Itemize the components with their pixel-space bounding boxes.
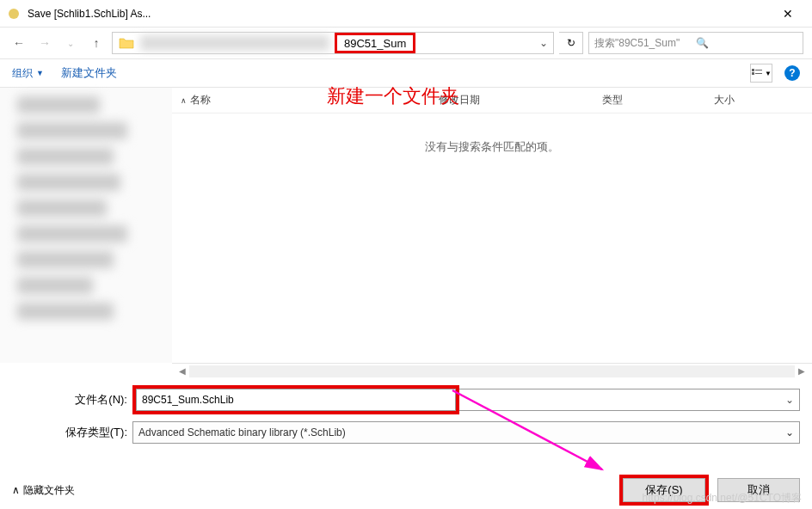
svg-rect-1 (752, 69, 754, 71)
path-dropdown[interactable]: ⌄ (536, 37, 553, 49)
up-button[interactable]: ↑ (86, 33, 107, 53)
empty-message: 没有与搜索条件匹配的项。 (172, 139, 812, 155)
main-area: 新建一个文件夹 ∧ 名称 修改日期 类型 大小 没有与搜索条件匹配的项。 (0, 88, 812, 363)
filename-input-ext[interactable]: ⌄ (459, 389, 800, 411)
forward-button: → (34, 33, 55, 53)
filetype-label: 保存类型(T): (12, 425, 132, 440)
organize-button[interactable]: 组织 ▼ (12, 66, 44, 81)
scroll-right-icon[interactable]: ▶ (795, 366, 809, 376)
svg-rect-3 (755, 70, 762, 71)
scroll-track[interactable] (189, 365, 795, 377)
search-placeholder: 搜索"89C51_Sum" (594, 36, 696, 51)
scroll-left-icon[interactable]: ◀ (175, 366, 189, 376)
column-size[interactable]: 大小 (705, 93, 757, 107)
path-blurred (140, 35, 329, 51)
folder-icon (118, 34, 135, 52)
hide-folders-button[interactable]: ∧ 隐藏文件夹 (12, 483, 75, 498)
help-button[interactable]: ? (784, 65, 800, 81)
svg-rect-4 (755, 73, 762, 74)
horizontal-scrollbar[interactable]: ◀ ▶ (172, 363, 812, 378)
column-headers: ∧ 名称 修改日期 类型 大小 (172, 88, 812, 113)
refresh-button[interactable]: ↻ (559, 32, 583, 54)
filetype-row: 保存类型(T): Advanced Schematic binary libra… (12, 421, 800, 444)
svg-point-0 (9, 9, 19, 19)
view-icon (751, 68, 763, 78)
filename-input[interactable]: 89C51_Sum.SchLib (136, 389, 456, 411)
search-icon: 🔍 (696, 37, 797, 49)
filename-label: 文件名(N): (12, 392, 132, 408)
sort-indicator-icon: ∧ (181, 96, 187, 105)
svg-rect-2 (752, 72, 754, 75)
caret-up-icon: ∧ (12, 484, 20, 496)
recent-dropdown[interactable]: ⌄ (60, 33, 81, 53)
chevron-down-icon: ▼ (765, 70, 772, 77)
window-title: Save [Schlib1.SchLib] As... (28, 8, 771, 20)
column-type[interactable]: 类型 (594, 93, 705, 107)
close-button[interactable]: ✕ (771, 7, 805, 21)
annotation-text: 新建一个文件夹 (327, 83, 459, 109)
file-list[interactable]: 新建一个文件夹 ∧ 名称 修改日期 类型 大小 没有与搜索条件匹配的项。 (172, 88, 812, 363)
address-bar[interactable]: 89C51_Sum ⌄ (112, 32, 554, 54)
filename-row: 文件名(N): 89C51_Sum.SchLib ⌄ (12, 385, 800, 414)
filetype-select[interactable]: Advanced Schematic binary library (*.Sch… (132, 421, 800, 444)
chevron-down-icon[interactable]: ⌄ (785, 426, 794, 438)
back-button[interactable]: ← (9, 33, 29, 53)
chevron-down-icon[interactable]: ⌄ (785, 394, 794, 406)
app-icon (7, 7, 21, 21)
chevron-down-icon: ▼ (36, 69, 44, 77)
save-form: 文件名(N): 89C51_Sum.SchLib ⌄ 保存类型(T): Adva… (0, 378, 812, 454)
search-input[interactable]: 搜索"89C51_Sum" 🔍 (588, 32, 803, 54)
navbar: ← → ⌄ ↑ 89C51_Sum ⌄ ↻ 搜索"89C51_Sum" 🔍 (0, 28, 812, 58)
path-current-folder[interactable]: 89C51_Sum (335, 33, 415, 53)
watermark: https://blog.csdn.net/@51CTO博客 (643, 491, 802, 506)
view-options-button[interactable]: ▼ (750, 64, 772, 83)
nav-sidebar[interactable] (0, 88, 172, 363)
new-folder-button[interactable]: 新建文件夹 (61, 65, 117, 81)
titlebar: Save [Schlib1.SchLib] As... ✕ (0, 0, 812, 28)
